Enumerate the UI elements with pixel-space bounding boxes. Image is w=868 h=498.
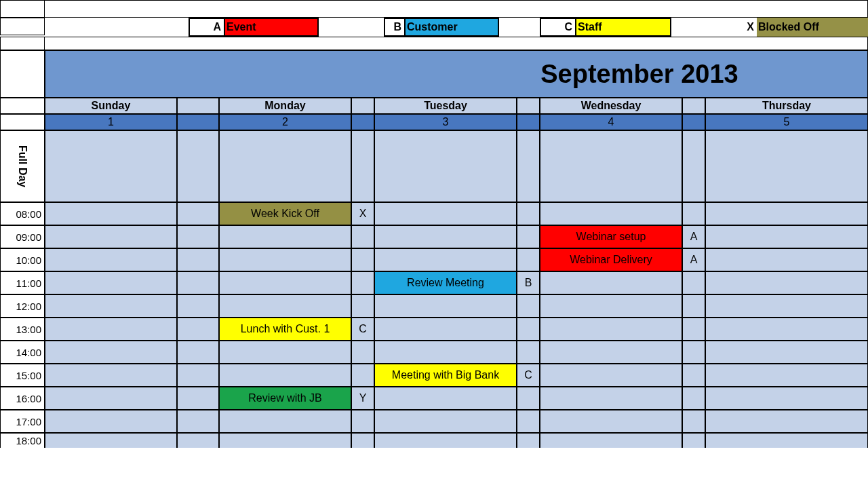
day-mon-name[interactable]: Monday	[219, 98, 351, 114]
day-tue-name[interactable]: Tuesday	[374, 98, 517, 114]
slot-mon-1500[interactable]	[219, 364, 351, 387]
day-sun-name[interactable]: Sunday	[45, 98, 177, 114]
stub-cell[interactable]	[0, 0, 45, 18]
time-1600[interactable]: 16:00	[0, 387, 45, 410]
code-cell[interactable]	[682, 130, 705, 202]
code-cell[interactable]	[682, 387, 705, 410]
code-cell[interactable]	[517, 387, 540, 410]
slot-tue-1200[interactable]	[374, 294, 517, 318]
slot-thu-0900[interactable]	[705, 225, 868, 248]
event-wed-1000[interactable]: Webinar Delivery	[540, 248, 682, 271]
blank-cell[interactable]	[45, 0, 868, 18]
gap-cell[interactable]	[177, 341, 219, 364]
slot-thu-1200[interactable]	[705, 294, 868, 318]
fullday-mon[interactable]	[219, 130, 351, 202]
code-cell[interactable]	[351, 410, 374, 433]
gap-cell[interactable]	[177, 433, 219, 448]
code-cell[interactable]	[682, 98, 705, 114]
code-cell[interactable]	[351, 114, 374, 130]
code-mon-1300[interactable]: C	[351, 318, 374, 341]
slot-sun-1000[interactable]	[45, 248, 177, 271]
slot-wed-1200[interactable]	[540, 294, 682, 318]
code-cell[interactable]	[351, 248, 374, 271]
slot-thu-1000[interactable]	[705, 248, 868, 271]
code-cell[interactable]	[682, 202, 705, 225]
code-cell[interactable]	[351, 341, 374, 364]
stub-cell[interactable]	[0, 18, 45, 35]
code-tue-1100[interactable]: B	[517, 271, 540, 294]
day-wed-name[interactable]: Wednesday	[540, 98, 682, 114]
gap-cell[interactable]	[177, 225, 219, 248]
code-cell[interactable]	[517, 225, 540, 248]
event-wed-0900[interactable]: Webinar setup	[540, 225, 682, 248]
event-mon-1300[interactable]: Lunch with Cust. 1	[219, 318, 351, 341]
slot-wed-1300[interactable]	[540, 318, 682, 341]
code-cell[interactable]	[351, 433, 374, 448]
time-0800[interactable]: 08:00	[0, 202, 45, 225]
legend-key-a[interactable]: A	[189, 18, 225, 37]
slot-thu-0800[interactable]	[705, 202, 868, 225]
day-thu-name[interactable]: Thursday	[705, 98, 868, 114]
day-sun-num[interactable]: 1	[45, 114, 177, 130]
code-cell[interactable]	[517, 318, 540, 341]
time-1300[interactable]: 13:00	[0, 318, 45, 341]
slot-tue-1600[interactable]	[374, 387, 517, 410]
fullday-wed[interactable]	[540, 130, 682, 202]
code-cell[interactable]	[682, 433, 705, 448]
stub-cell[interactable]	[0, 114, 45, 130]
gap-cell[interactable]	[177, 318, 219, 341]
event-mon-0800[interactable]: Week Kick Off	[219, 202, 351, 225]
slot-mon-1200[interactable]	[219, 294, 351, 318]
stub-cell[interactable]	[0, 37, 45, 50]
slot-wed-1500[interactable]	[540, 364, 682, 387]
slot-sun-1700[interactable]	[45, 410, 177, 433]
slot-sun-1300[interactable]	[45, 318, 177, 341]
slot-sun-1100[interactable]	[45, 271, 177, 294]
code-mon-1600[interactable]: Y	[351, 387, 374, 410]
code-cell[interactable]	[517, 202, 540, 225]
gap-cell[interactable]	[177, 98, 219, 114]
stub-cell[interactable]	[0, 50, 45, 98]
legend-swatch-blocked[interactable]: Blocked Off	[757, 18, 868, 37]
slot-thu-1500[interactable]	[705, 364, 868, 387]
slot-thu-1100[interactable]	[705, 271, 868, 294]
day-mon-num[interactable]: 2	[219, 114, 351, 130]
code-cell[interactable]	[517, 294, 540, 318]
fullday-label[interactable]: Full Day	[0, 130, 45, 202]
gap-cell[interactable]	[177, 364, 219, 387]
code-cell[interactable]	[517, 341, 540, 364]
code-cell[interactable]	[351, 294, 374, 318]
slot-sun-0900[interactable]	[45, 225, 177, 248]
legend-key-b[interactable]: B	[384, 18, 404, 37]
slot-thu-1600[interactable]	[705, 387, 868, 410]
slot-tue-1700[interactable]	[374, 410, 517, 433]
slot-tue-1300[interactable]	[374, 318, 517, 341]
slot-thu-1800[interactable]	[705, 433, 868, 448]
code-cell[interactable]	[517, 433, 540, 448]
day-thu-num[interactable]: 5	[705, 114, 868, 130]
slot-sun-1200[interactable]	[45, 294, 177, 318]
slot-sun-1600[interactable]	[45, 387, 177, 410]
code-cell[interactable]	[351, 364, 374, 387]
slot-tue-1000[interactable]	[374, 248, 517, 271]
slot-tue-1800[interactable]	[374, 433, 517, 448]
code-cell[interactable]	[682, 364, 705, 387]
slot-tue-0800[interactable]	[374, 202, 517, 225]
time-1500[interactable]: 15:00	[0, 364, 45, 387]
code-wed-0900[interactable]: A	[682, 225, 705, 248]
code-cell[interactable]	[682, 294, 705, 318]
event-tue-1500[interactable]: Meeting with Big Bank	[374, 364, 517, 387]
fullday-tue[interactable]	[374, 130, 517, 202]
slot-thu-1400[interactable]	[705, 341, 868, 364]
gap-cell[interactable]	[177, 114, 219, 130]
slot-sun-1800[interactable]	[45, 433, 177, 448]
code-cell[interactable]	[351, 130, 374, 202]
code-cell[interactable]	[682, 114, 705, 130]
slot-thu-1300[interactable]	[705, 318, 868, 341]
slot-sun-1400[interactable]	[45, 341, 177, 364]
legend-swatch-customer[interactable]: Customer	[404, 18, 499, 37]
gap-cell[interactable]	[177, 130, 219, 202]
fullday-sun[interactable]	[45, 130, 177, 202]
slot-mon-1800[interactable]	[219, 433, 351, 448]
slot-wed-1400[interactable]	[540, 341, 682, 364]
